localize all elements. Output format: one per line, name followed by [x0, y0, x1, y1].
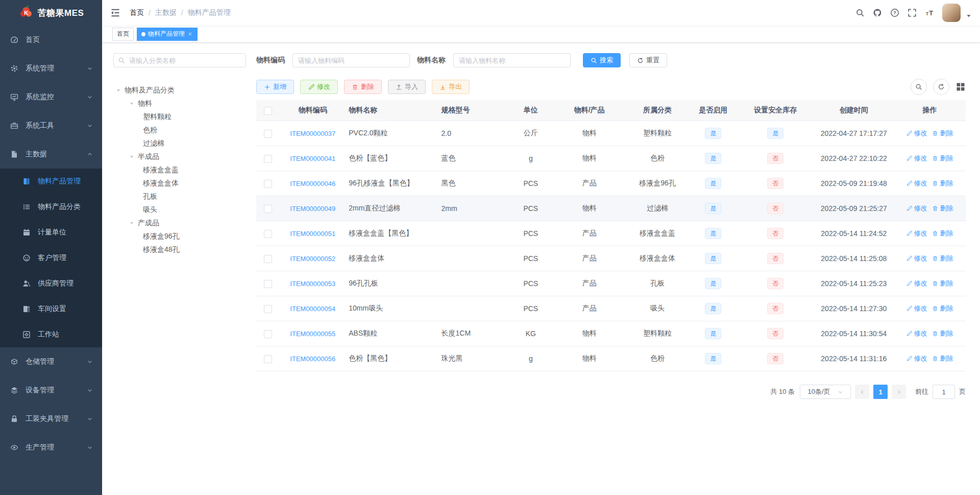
item-code-input[interactable]	[292, 53, 410, 67]
delete-row-link[interactable]: 删除	[932, 354, 953, 363]
delete-row-link[interactable]: 删除	[932, 129, 953, 138]
tree-node[interactable]: 移液盒盒体	[113, 177, 246, 190]
delete-row-link[interactable]: 删除	[932, 204, 953, 213]
sidebar-item[interactable]: 工装夹具管理	[0, 405, 102, 433]
breadcrumb-item[interactable]: 首页	[130, 8, 144, 17]
sidebar-subitem[interactable]: 计量单位	[0, 220, 102, 245]
info-toolbar-button[interactable]: 导入	[388, 80, 426, 94]
github-icon[interactable]	[873, 8, 882, 17]
edit-row-link[interactable]: 修改	[906, 179, 927, 188]
tree-node[interactable]: 移液盒96孔	[113, 230, 246, 243]
item-code-link[interactable]: ITEM00000037	[290, 130, 335, 137]
menu-fold-icon[interactable]	[110, 8, 120, 18]
category-search-input[interactable]	[113, 53, 246, 67]
tree-node[interactable]: 移液盒48孔	[113, 243, 246, 256]
delete-row-link[interactable]: 删除	[932, 304, 953, 313]
row-checkbox[interactable]	[264, 330, 272, 338]
delete-row-link[interactable]: 删除	[932, 279, 953, 288]
item-code-link[interactable]: ITEM00000054	[290, 305, 335, 313]
sidebar-item[interactable]: 设备管理	[0, 376, 102, 405]
sidebar-item[interactable]: 系统管理	[0, 54, 102, 83]
tree-node[interactable]: 孔板	[113, 190, 246, 203]
tree-node[interactable]: 物料	[113, 97, 246, 110]
item-code-link[interactable]: ITEM00000055	[290, 330, 335, 338]
sidebar-item[interactable]: 仓储管理	[0, 347, 102, 376]
close-icon[interactable]	[187, 31, 193, 37]
font-size-icon[interactable]: TT	[925, 8, 934, 17]
edit-row-link[interactable]: 修改	[906, 329, 927, 338]
edit-row-link[interactable]: 修改	[906, 254, 927, 263]
tree-node[interactable]: 移液盒盒盖	[113, 163, 246, 177]
search-circle-button[interactable]	[911, 79, 927, 95]
page-size-select[interactable]: 10条/页	[800, 385, 851, 399]
row-checkbox[interactable]	[264, 155, 272, 163]
sidebar-item[interactable]: 主数据	[0, 140, 102, 169]
caret-down-icon[interactable]	[966, 13, 972, 19]
row-checkbox[interactable]	[264, 180, 272, 188]
tree-node[interactable]: 半成品	[113, 150, 246, 163]
sidebar-subitem[interactable]: 客户管理	[0, 245, 102, 271]
goto-page-input[interactable]	[933, 385, 955, 399]
edit-row-link[interactable]: 修改	[906, 279, 927, 288]
app-logo[interactable]: K 苦糖果MES	[0, 0, 102, 26]
primary-toolbar-button[interactable]: 新增	[256, 80, 294, 94]
row-checkbox[interactable]	[264, 205, 272, 213]
danger-toolbar-button[interactable]: 删除	[344, 80, 382, 94]
delete-row-link[interactable]: 删除	[932, 179, 953, 188]
edit-row-link[interactable]: 修改	[906, 229, 927, 238]
item-code-link[interactable]: ITEM00000052	[290, 255, 335, 263]
delete-row-link[interactable]: 删除	[932, 154, 953, 163]
row-checkbox[interactable]	[264, 305, 272, 313]
item-code-link[interactable]: ITEM00000053	[290, 280, 335, 288]
row-checkbox[interactable]	[264, 130, 272, 138]
row-checkbox[interactable]	[264, 280, 272, 288]
warning-toolbar-button[interactable]: 导出	[432, 80, 470, 94]
question-icon[interactable]: ?	[890, 8, 899, 17]
sidebar-subitem[interactable]: 物料产品分类	[0, 194, 102, 220]
edit-row-link[interactable]: 修改	[906, 204, 927, 213]
delete-row-link[interactable]: 删除	[932, 229, 953, 238]
edit-row-link[interactable]: 修改	[906, 354, 927, 363]
row-checkbox[interactable]	[264, 255, 272, 263]
item-code-link[interactable]: ITEM00000046	[290, 180, 335, 187]
item-code-link[interactable]: ITEM00000056	[290, 355, 335, 363]
sidebar-subitem[interactable]: 工作站	[0, 322, 102, 347]
sidebar-item[interactable]: 系统监控	[0, 83, 102, 111]
edit-row-link[interactable]: 修改	[906, 154, 927, 163]
search-icon[interactable]	[855, 8, 865, 17]
user-avatar[interactable]	[942, 4, 961, 22]
item-code-link[interactable]: ITEM00000041	[290, 155, 335, 162]
tree-node[interactable]: 吸头	[113, 203, 246, 217]
page-number-button[interactable]: 1	[873, 385, 888, 399]
sidebar-item[interactable]: 生产管理	[0, 433, 102, 462]
select-all-checkbox[interactable]	[264, 107, 272, 115]
sidebar-subitem[interactable]: 供应商管理	[0, 271, 102, 296]
sidebar-subitem[interactable]: 物料产品管理	[0, 169, 102, 194]
item-code-link[interactable]: ITEM00000051	[290, 230, 335, 238]
tag-item[interactable]: 首页	[112, 28, 134, 41]
tree-node[interactable]: 产成品	[113, 217, 246, 230]
tree-node[interactable]: 色粉	[113, 124, 246, 137]
item-code-link[interactable]: ITEM00000049	[290, 205, 335, 213]
grid-icon[interactable]	[955, 82, 966, 92]
fullscreen-icon[interactable]	[908, 8, 917, 17]
delete-row-link[interactable]: 删除	[932, 254, 953, 263]
tree-node[interactable]: 过滤棉	[113, 137, 246, 150]
sidebar-subitem[interactable]: 车间设置	[0, 296, 102, 322]
prev-page-button[interactable]	[855, 385, 869, 399]
row-checkbox[interactable]	[264, 355, 272, 363]
sidebar-item[interactable]: 系统工具	[0, 111, 102, 140]
sidebar-item[interactable]: 首页	[0, 26, 102, 54]
delete-row-link[interactable]: 删除	[932, 329, 953, 338]
search-button[interactable]: 搜索	[583, 53, 621, 67]
next-page-button[interactable]	[892, 385, 906, 399]
row-checkbox[interactable]	[264, 230, 272, 238]
tag-active[interactable]: 物料产品管理	[137, 28, 198, 41]
edit-row-link[interactable]: 修改	[906, 304, 927, 313]
tree-node[interactable]: 物料及产品分类	[113, 84, 246, 97]
refresh-circle-button[interactable]	[933, 79, 949, 95]
edit-row-link[interactable]: 修改	[906, 129, 927, 138]
reset-button[interactable]: 重置	[629, 53, 667, 67]
success-toolbar-button[interactable]: 修改	[300, 80, 338, 94]
tree-node[interactable]: 塑料颗粒	[113, 110, 246, 124]
